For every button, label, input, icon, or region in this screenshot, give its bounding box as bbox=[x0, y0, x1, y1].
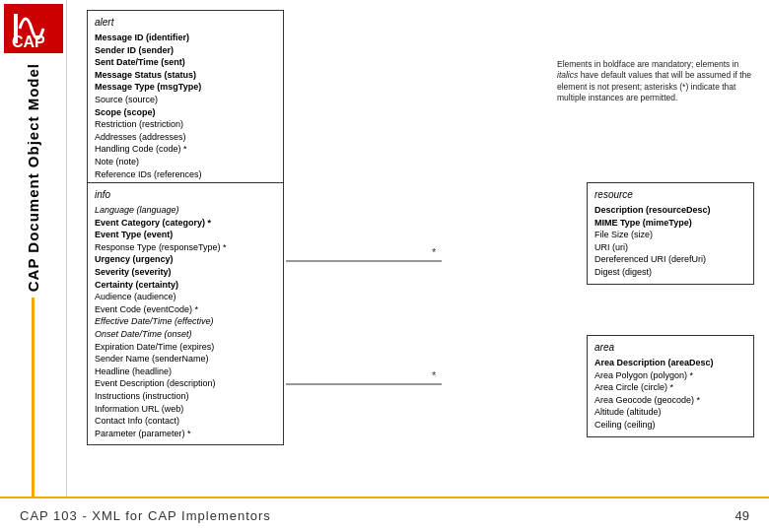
area-field-3: Area Circle (circle) * bbox=[594, 381, 746, 394]
area-field-1: Area Description (areaDesc) bbox=[594, 357, 746, 369]
info-field-17: Information URL (web) bbox=[95, 403, 276, 416]
info-box: info Language (language) Event Category … bbox=[87, 182, 284, 445]
alert-field-12: Reference IDs (references) bbox=[95, 168, 276, 181]
alert-field-11: Note (note) bbox=[95, 156, 276, 168]
alert-field-6: Source (source) bbox=[95, 94, 276, 106]
info-field-14: Headline (headline) bbox=[95, 366, 276, 378]
info-field-2: Event Category (category) * bbox=[95, 217, 276, 230]
bottom-bar: CAP 103 - XML for CAP Implementors 49 bbox=[0, 497, 769, 532]
info-box-title: info bbox=[95, 188, 276, 202]
alert-field-9: Addresses (addresses) bbox=[95, 131, 276, 144]
resource-field-5: Dereferenced URI (derefUri) bbox=[594, 253, 746, 266]
resource-field-6: Digest (digest) bbox=[594, 266, 746, 279]
resource-box-title: resource bbox=[594, 188, 746, 202]
sidebar: CAP CAP Document Object Model bbox=[0, 0, 67, 497]
area-field-6: Ceiling (ceiling) bbox=[594, 419, 746, 432]
area-box-title: area bbox=[594, 341, 746, 355]
alert-field-2: Sender ID (sender) bbox=[95, 44, 276, 57]
info-field-8: Audience (audience) bbox=[95, 291, 276, 303]
info-field-16: Instructions (instruction) bbox=[95, 390, 276, 403]
resource-field-3: File Size (size) bbox=[594, 229, 746, 241]
info-field-10: Effective Date/Time (effective) bbox=[95, 315, 276, 328]
resource-field-2: MIME Type (mimeType) bbox=[594, 217, 746, 230]
notes-box: Elements in boldface are mandatory; elem… bbox=[557, 59, 754, 104]
resource-field-4: URI (uri) bbox=[594, 241, 746, 254]
info-field-6: Severity (severity) bbox=[95, 266, 276, 279]
resource-field-1: Description (resourceDesc) bbox=[594, 204, 746, 217]
info-field-15: Event Description (description) bbox=[95, 377, 276, 390]
alert-field-4: Message Status (status) bbox=[95, 69, 276, 82]
sidebar-title: CAP Document Object Model bbox=[25, 63, 41, 292]
svg-text:*: * bbox=[432, 246, 437, 258]
info-field-5: Urgency (urgency) bbox=[95, 253, 276, 266]
info-field-4: Response Type (responseType) * bbox=[95, 241, 276, 254]
resource-box: resource Description (resourceDesc) MIME… bbox=[587, 182, 754, 285]
logo-box: CAP bbox=[4, 4, 63, 53]
info-field-9: Event Code (eventCode) * bbox=[95, 303, 276, 316]
alert-field-10: Handling Code (code) * bbox=[95, 143, 276, 156]
info-field-19: Parameter (parameter) * bbox=[95, 428, 276, 440]
info-field-1: Language (language) bbox=[95, 204, 276, 217]
area-field-4: Area Geocode (geocode) * bbox=[594, 394, 746, 407]
alert-field-1: Message ID (identifier) bbox=[95, 32, 276, 44]
info-field-12: Expiration Date/Time (expires) bbox=[95, 341, 276, 354]
info-field-13: Sender Name (senderName) bbox=[95, 353, 276, 366]
bottom-title: CAP 103 - XML for CAP Implementors bbox=[20, 508, 271, 523]
info-field-18: Contact Info (contact) bbox=[95, 415, 276, 428]
svg-text:CAP: CAP bbox=[12, 33, 45, 50]
alert-box: alert Message ID (identifier) Sender ID … bbox=[87, 10, 284, 199]
info-field-3: Event Type (event) bbox=[95, 229, 276, 241]
diagram-area: * * * Elements in boldface are mandatory… bbox=[67, 0, 769, 497]
area-field-2: Area Polygon (polygon) * bbox=[594, 369, 746, 382]
info-field-11: Onset Date/Time (onset) bbox=[95, 328, 276, 341]
alert-field-3: Sent Date/Time (sent) bbox=[95, 56, 276, 69]
area-box: area Area Description (areaDesc) Area Po… bbox=[587, 335, 754, 437]
svg-text:*: * bbox=[432, 369, 437, 381]
alert-field-5: Message Type (msgType) bbox=[95, 81, 276, 94]
info-field-7: Certainty (certainty) bbox=[95, 279, 276, 292]
sidebar-accent-line bbox=[32, 298, 35, 497]
alert-field-7: Scope (scope) bbox=[95, 106, 276, 119]
alert-field-8: Restriction (restriction) bbox=[95, 118, 276, 131]
alert-box-title: alert bbox=[95, 16, 276, 30]
area-field-5: Altitude (altitude) bbox=[594, 406, 746, 419]
notes-text: Elements in boldface are mandatory; elem… bbox=[557, 59, 751, 102]
page-number: 49 bbox=[735, 508, 749, 523]
